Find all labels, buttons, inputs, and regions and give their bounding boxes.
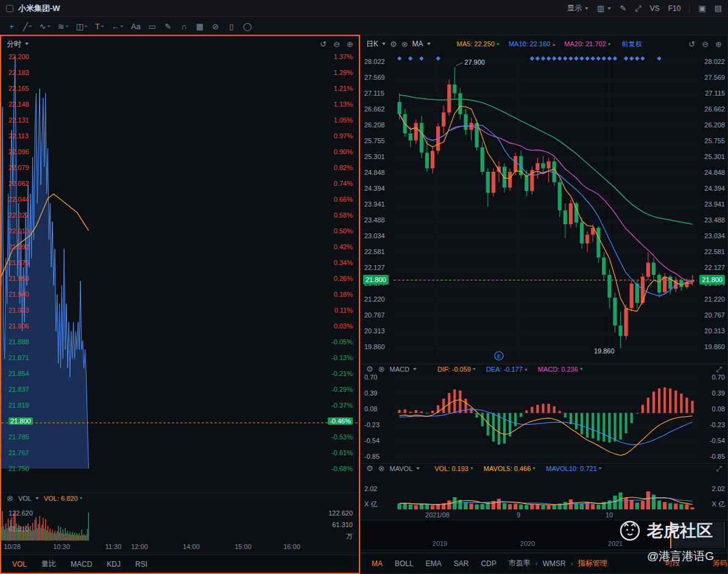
close-indicator-icon[interactable]: ⊗ [7, 494, 13, 503]
edit-icon[interactable]: ✎ [620, 4, 626, 13]
arrow-tool[interactable]: ← [109, 21, 126, 32]
undo-icon[interactable]: ↺ [688, 40, 695, 49]
chevron-down-icon [427, 43, 431, 45]
f10-button[interactable]: F10 [668, 4, 681, 13]
gear-icon[interactable]: ⚙ [366, 364, 373, 374]
period-label: 分时 [7, 39, 21, 49]
time-label: 10 [606, 511, 613, 519]
link-tool[interactable]: ◯ [241, 21, 255, 32]
link-chart-icon[interactable]: ▣ [698, 4, 705, 13]
volume-indicator-selector[interactable]: VOL [18, 495, 39, 502]
tab-sar[interactable]: SAR [454, 559, 469, 568]
draw-tool[interactable]: ✎ [161, 21, 175, 32]
tab-indicator-manager[interactable]: 指标管理 [578, 558, 607, 569]
trendline-tool[interactable]: ╱ [21, 21, 35, 32]
period-selector-daily[interactable]: 日K [366, 39, 386, 49]
components-tool[interactable]: ▦ [193, 21, 207, 32]
chevron-down-icon [607, 7, 611, 10]
tab-volume-ratio[interactable]: 量比 [41, 559, 56, 569]
window-icon[interactable] [6, 5, 13, 12]
macd-indicator-header: ⚙ ⊗ MACD DIF: -0.059▼DEA: -0.177▲MACD: 0… [361, 364, 727, 374]
navigator-year-label: 2019 [433, 540, 447, 547]
tab-rsi[interactable]: RSI [135, 560, 147, 569]
close-indicator-icon[interactable]: ⊗ [378, 364, 385, 374]
svg-text:E: E [497, 353, 501, 360]
tab-cdp[interactable]: CDP [481, 559, 496, 568]
close-indicator-icon[interactable]: ⊗ [401, 40, 408, 49]
tab-chips[interactable]: 筹码 [713, 558, 727, 569]
delete-tool[interactable]: ▯ [225, 21, 238, 32]
tiger-logo-icon [619, 520, 641, 542]
time-label: 12:00 [131, 543, 148, 550]
fullscreen-icon[interactable]: ⤢ [635, 4, 641, 13]
macd-pane[interactable]: 0.700.390.08-0.23-0.54-0.85 0.700.390.08… [361, 374, 727, 464]
display-menu[interactable]: 显示 [567, 3, 588, 13]
zoom-in-icon[interactable]: ⊕ [347, 40, 353, 49]
magnet-tool[interactable]: ∩ [177, 21, 191, 32]
tab-pe-ratio[interactable]: 市盈率 [509, 558, 531, 569]
chevron-down-icon [35, 497, 39, 500]
brush-tool[interactable]: ∿ [37, 21, 53, 32]
current-price-badge: 21.800 [363, 275, 389, 285]
expand-pane-icon[interactable]: ⤢ [716, 464, 722, 473]
text-tool[interactable]: T [93, 21, 107, 32]
zoom-in-icon[interactable]: ⊕ [715, 40, 722, 49]
volume-value-label: VOL: 6.820▼ [44, 495, 83, 502]
macd-value: MACD: 0.236▼ [538, 366, 584, 373]
layout-menu[interactable]: ▥ [597, 4, 611, 13]
wave-tool[interactable]: ≋ [55, 21, 71, 32]
zoom-out-icon[interactable]: ⊖ [333, 40, 340, 49]
time-label: 10:30 [53, 543, 70, 550]
watermark-brand: 老虎社区 [619, 520, 713, 542]
candlestick-chart[interactable]: 27.90019.860E 28.02227.56927.11526.66226… [361, 52, 727, 361]
divider [689, 4, 690, 13]
mavol-pane[interactable]: 2.02 X 亿 2.02 X 亿 [361, 474, 727, 511]
macd-indicator-selector[interactable]: MACD [390, 366, 417, 373]
navigator-year-label: 2020 [520, 540, 535, 547]
cursor-tool[interactable]: + [5, 21, 18, 32]
hide-tool[interactable]: ⊘ [209, 21, 222, 32]
watermark-brand-text: 老虎社区 [647, 520, 713, 542]
period-selector-intraday[interactable]: 分时 [7, 39, 29, 49]
intraday-header: 分时 ↺ ⊖ ⊕ [1, 36, 359, 52]
ma-values: MA5: 22.250▼MA10: 22.160▲MA20: 21.702▼ [457, 40, 612, 48]
mavol-indicator-header: ⚙ ⊗ MAVOL VOL: 0.193▼MAVOL5: 0.466▼MAVOL… [361, 463, 727, 473]
mavol-indicator-selector[interactable]: MAVOL [390, 465, 420, 472]
indicator-label: VOL [18, 495, 32, 502]
tab-boll[interactable]: BOLL [395, 559, 414, 568]
svg-text:27.900: 27.900 [464, 58, 485, 66]
gear-icon[interactable]: ⚙ [366, 464, 373, 473]
chevron-down-icon [416, 467, 420, 470]
forward-adjust-button[interactable]: 前复权 [622, 40, 642, 49]
vs-button[interactable]: VS [650, 4, 660, 13]
tab-ma[interactable]: MA [372, 559, 383, 568]
intraday-chart[interactable]: 22.20022.18322.16522.14822.13122.11322.0… [1, 51, 359, 472]
watermark-handle: @港言港语G [647, 548, 714, 564]
dea-value: DEA: -0.177▲ [486, 366, 528, 373]
close-indicator-icon[interactable]: ⊗ [378, 464, 385, 473]
intraday-volume-pane[interactable]: 122.62061.310 122.62061.310万 [1, 504, 359, 542]
zoom-out-icon[interactable]: ⊖ [702, 40, 709, 49]
daily-candle-svg: 27.90019.860E [361, 52, 727, 361]
macd-values: DIF: -0.059▼DEA: -0.177▲MACD: 0.236▼ [437, 366, 584, 373]
grid-layout-icon[interactable]: ▤ [715, 4, 722, 13]
undo-icon[interactable]: ↺ [320, 40, 327, 49]
font-tool[interactable]: Aa [129, 21, 143, 32]
expand-pane-icon[interactable]: ⤢ [716, 365, 722, 374]
tab-macd[interactable]: MACD [71, 560, 92, 569]
chevron-down-icon [585, 7, 588, 10]
time-label: 14:00 [183, 543, 200, 550]
gear-icon[interactable]: ⚙ [390, 40, 397, 49]
app-root: 小米集团-W 显示 ▥ ✎ ⤢ VS F10 ▣ ▤ +╱∿≋◫T←Aa▭✎∩▦… [0, 0, 728, 574]
tab-wmsr[interactable]: WMSR [543, 559, 566, 568]
tab-ema[interactable]: EMA [426, 559, 442, 568]
tab-kdj[interactable]: KDJ [107, 560, 121, 569]
svg-text:19.860: 19.860 [594, 347, 615, 355]
intraday-panel[interactable]: 分时 ↺ ⊖ ⊕ 22.20022.18322.16522.14822.1312… [0, 35, 360, 574]
tab-vol[interactable]: VOL [12, 560, 27, 569]
pattern-tool[interactable]: ◫ [74, 21, 90, 32]
ma10-value: MA10: 22.160▲ [509, 40, 556, 48]
comment-tool[interactable]: ▭ [146, 21, 159, 32]
daily-panel[interactable]: 日K ⚙ ⊗ MA MA5: 22.250▼MA10: 22.160▲MA20:… [360, 35, 728, 574]
overlay-selector-ma[interactable]: MA [412, 40, 431, 48]
